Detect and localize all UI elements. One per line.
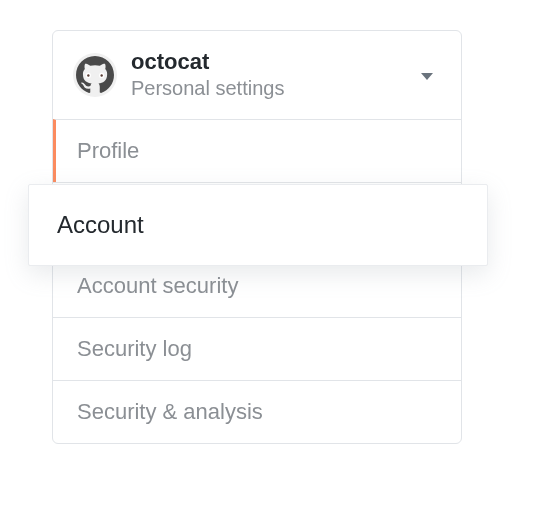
sidebar-header[interactable]: octocat Personal settings bbox=[53, 31, 461, 119]
sidebar-item-label: Account bbox=[57, 211, 144, 238]
sidebar-item-label: Profile bbox=[77, 138, 139, 163]
subtitle: Personal settings bbox=[131, 75, 441, 101]
sidebar-item-label: Security log bbox=[77, 336, 192, 361]
sidebar-item-security-log[interactable]: Security log bbox=[53, 317, 461, 380]
sidebar-item-account[interactable]: Account bbox=[28, 184, 488, 266]
sidebar-item-label: Security & analysis bbox=[77, 399, 263, 424]
avatar bbox=[73, 53, 117, 97]
octocat-icon bbox=[76, 56, 114, 94]
svg-point-2 bbox=[87, 74, 89, 76]
header-text: octocat Personal settings bbox=[131, 49, 441, 101]
sidebar-item-security-analysis[interactable]: Security & analysis bbox=[53, 380, 461, 443]
username: octocat bbox=[131, 49, 441, 75]
sidebar-item-profile[interactable]: Profile bbox=[53, 119, 461, 182]
svg-point-3 bbox=[100, 74, 102, 76]
chevron-down-icon[interactable] bbox=[421, 73, 433, 80]
sidebar-item-label: Account security bbox=[77, 273, 238, 298]
